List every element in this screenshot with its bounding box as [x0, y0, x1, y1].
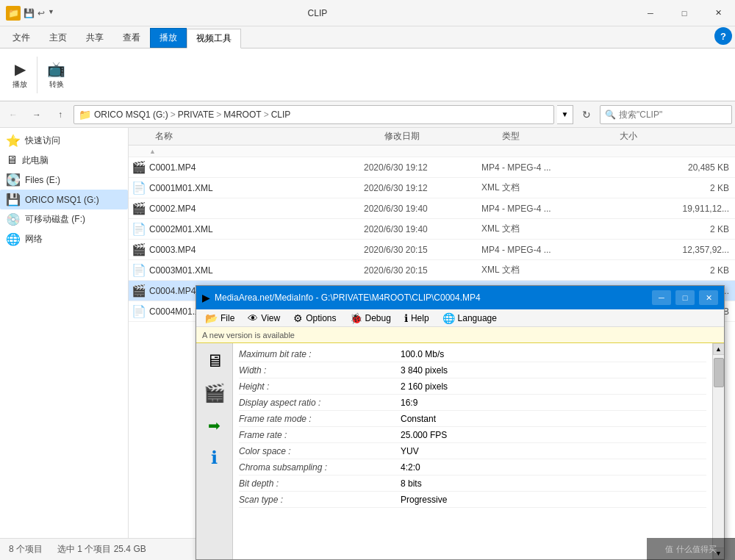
path-m4root[interactable]: M4ROOT: [223, 110, 261, 120]
header-type[interactable]: 类型: [502, 130, 620, 143]
mi-icon-info[interactable]: ℹ: [200, 443, 229, 473]
mi-label-scantype: Scan type :: [239, 495, 401, 505]
file-row[interactable]: 📄 C0001M01.XML 2020/6/30 19:12 XML 文档 2 …: [129, 178, 735, 198]
mi-menu-view[interactable]: 👁 View: [242, 311, 286, 326]
mi-icon-search[interactable]: 🎬: [200, 378, 229, 408]
mi-label-framerate: Frame rate :: [239, 430, 401, 440]
sidebar-item-thispc[interactable]: 🖥 此电脑: [0, 151, 128, 170]
file-size-c0002xml: 2 KB: [599, 224, 735, 234]
minimize-button[interactable]: ─: [634, 0, 667, 26]
tab-share[interactable]: 共享: [76, 28, 113, 48]
refresh-button[interactable]: ↻: [576, 104, 597, 125]
tab-play[interactable]: 播放: [150, 28, 187, 48]
file-row[interactable]: 🎬 C0001.MP4 2020/6/30 19:12 MP4 - MPEG-4…: [129, 157, 735, 178]
mi-menu-help[interactable]: ℹ Help: [398, 311, 435, 326]
help-button[interactable]: ?: [714, 27, 732, 45]
mi-value-width: 3 840 pixels: [401, 365, 706, 376]
path-drive[interactable]: ORICO MSQ1 (G:): [94, 110, 168, 120]
file-menu-icon: 📂: [205, 312, 218, 324]
file-icon-c0001xml: 📄: [129, 181, 149, 195]
mi-menu-options[interactable]: ⚙ Options: [287, 311, 342, 326]
file-size-c0001xml: 2 KB: [599, 183, 735, 193]
sidebar-item-filese[interactable]: 💽 Files (E:): [0, 170, 128, 190]
language-menu-label: Language: [458, 313, 497, 323]
address-bar: ← → ↑ 📁 ORICO MSQ1 (G:) > PRIVATE > M4RO…: [0, 101, 735, 128]
file-row[interactable]: 🎬 C0002.MP4 2020/6/30 19:40 MP4 - MPEG-4…: [129, 198, 735, 219]
sort-arrow-icon: ▲: [149, 148, 156, 155]
address-path[interactable]: 📁 ORICO MSQ1 (G:) > PRIVATE > M4ROOT > C…: [74, 105, 554, 124]
file-row[interactable]: 📄 C0002M01.XML 2020/6/30 19:40 XML 文档 2 …: [129, 219, 735, 240]
mi-icon-monitor[interactable]: 🖥: [200, 346, 229, 376]
path-private[interactable]: PRIVATE: [178, 110, 215, 120]
window-controls: ─ □ ✕: [634, 0, 735, 26]
path-dropdown[interactable]: ▼: [557, 105, 573, 124]
header-size[interactable]: 大小: [620, 130, 735, 143]
mi-close-button[interactable]: ✕: [699, 290, 718, 305]
usb-drive-icon: 💾: [6, 193, 21, 207]
sidebar-item-quickaccess[interactable]: ⭐ 快速访问: [0, 131, 128, 151]
dropdown-icon[interactable]: ▼: [48, 8, 54, 18]
file-row[interactable]: 📄 C0003M01.XML 2020/6/30 20:15 XML 文档 2 …: [129, 260, 735, 281]
mi-minimize-button[interactable]: ─: [652, 290, 671, 305]
mediainfo-window: ▶ MediaArea.net/MediaInfo - G:\PRIVATE\M…: [196, 285, 725, 560]
search-input[interactable]: [619, 110, 722, 120]
help-menu-label: Help: [411, 313, 429, 323]
file-name-c0003xml: C0003M01.XML: [149, 265, 364, 276]
watermark-text: 值 什么值得买: [665, 544, 716, 555]
mi-scroll-thumb[interactable]: [714, 358, 724, 387]
sidebar-label-removable: 可移动磁盘 (F:): [25, 213, 85, 226]
mi-value-maxbitrate: 100.0 Mb/s: [401, 349, 706, 359]
maximize-button[interactable]: □: [667, 0, 701, 26]
search-box[interactable]: 🔍: [600, 105, 732, 124]
quick-save-icon[interactable]: 💾: [24, 8, 35, 18]
mi-icon-arrow[interactable]: ➡: [200, 411, 229, 440]
mi-menu-file[interactable]: 📂 File: [199, 311, 240, 326]
ribbon-cast-btn[interactable]: 📺 转换: [40, 58, 72, 92]
sidebar-item-network[interactable]: 🌐 网络: [0, 229, 128, 249]
file-size-c0002mp4: 19,911,12...: [599, 204, 735, 214]
mi-scrollbar[interactable]: ▲ ▼: [712, 343, 724, 559]
title-bar: 📁 💾 ↩ ▼ CLIP ─ □ ✕: [0, 0, 735, 26]
options-menu-label: Options: [306, 313, 336, 323]
mi-maximize-button[interactable]: □: [675, 290, 695, 305]
mi-label-maxbitrate: Maximum bit rate :: [239, 349, 401, 359]
close-button[interactable]: ✕: [701, 0, 735, 26]
up-button[interactable]: ↑: [50, 104, 71, 125]
tab-video-tools[interactable]: 视频工具: [187, 29, 241, 49]
debug-menu-label: Debug: [365, 313, 391, 323]
mi-label-dar: Display aspect ratio :: [239, 398, 401, 408]
ribbon-play-btn[interactable]: ▶ 播放: [6, 58, 34, 92]
tab-file[interactable]: 文件: [3, 28, 40, 48]
header-date[interactable]: 修改日期: [384, 130, 502, 143]
mi-label-bitdepth: Bit depth :: [239, 478, 401, 489]
header-name[interactable]: 名称: [149, 130, 384, 143]
tab-view[interactable]: 查看: [113, 28, 150, 48]
sidebar-item-orico[interactable]: 💾 ORICO MSQ1 (G:): [0, 190, 128, 209]
file-list-header: 名称 修改日期 类型 大小: [129, 128, 735, 146]
tab-home[interactable]: 主页: [40, 28, 76, 48]
item-count: 8 个项目: [9, 543, 43, 556]
selected-info: 选中 1 个项目 25.4 GB: [57, 543, 146, 556]
forward-button[interactable]: →: [26, 104, 47, 125]
watermark: 值 什么值得买: [647, 538, 735, 560]
file-icon-c0003mp4: 🎬: [129, 243, 149, 256]
path-clip[interactable]: CLIP: [271, 110, 291, 120]
mi-menu-debug[interactable]: 🐞 Debug: [344, 311, 397, 326]
mi-row-bitdepth: Bit depth : 8 bits: [239, 475, 706, 492]
sidebar-label-orico: ORICO MSQ1 (G:): [25, 195, 99, 205]
sidebar-item-removable[interactable]: 💿 可移动磁盘 (F:): [0, 209, 128, 229]
mi-menu-language[interactable]: 🌐 Language: [437, 311, 503, 326]
mi-row-maxbitrate: Maximum bit rate : 100.0 Mb/s: [239, 346, 706, 362]
file-date-c0001mp4: 2020/6/30 19:12: [364, 162, 481, 173]
undo-icon[interactable]: ↩: [37, 8, 45, 18]
mi-row-colorspace: Color space : YUV: [239, 443, 706, 459]
options-menu-icon: ⚙: [293, 312, 303, 324]
mi-notice: A new version is available: [196, 327, 724, 343]
back-button[interactable]: ←: [3, 104, 24, 125]
file-name-c0002mp4: C0002.MP4: [149, 204, 364, 214]
mi-scroll-up-button[interactable]: ▲: [713, 343, 725, 355]
file-date-c0001xml: 2020/6/30 19:12: [364, 183, 481, 193]
mi-row-height: Height : 2 160 pixels: [239, 378, 706, 395]
file-row[interactable]: 🎬 C0003.MP4 2020/6/30 20:15 MP4 - MPEG-4…: [129, 240, 735, 260]
ribbon: ▶ 播放 📺 转换: [0, 49, 735, 101]
